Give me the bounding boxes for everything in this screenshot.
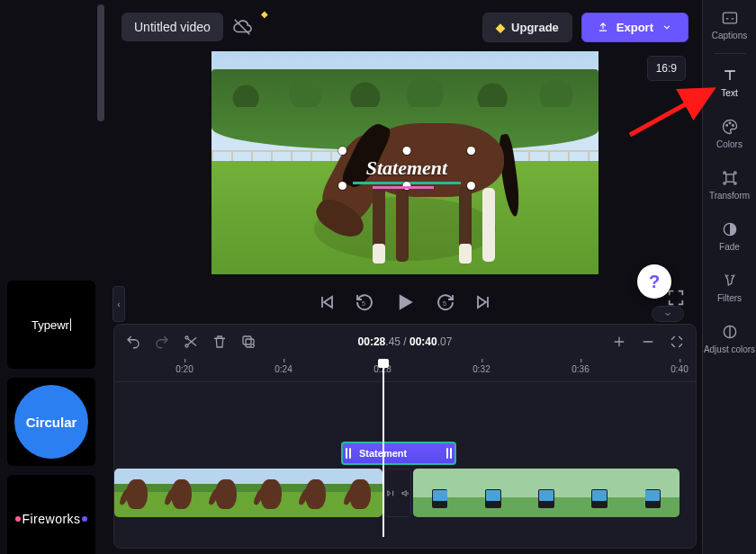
clip-trim-right[interactable] [444,448,454,459]
aspect-ratio-label: 16:9 [656,62,677,75]
clip-trim-left[interactable] [343,448,354,459]
skip-end-button[interactable] [472,291,494,313]
svg-point-1 [725,125,727,127]
diamond-icon: ◆ [496,21,505,34]
rail-fade[interactable]: Fade [703,211,756,263]
svg-point-3 [732,125,734,127]
upgrade-button[interactable]: ◆ Upgrade [482,13,572,42]
timeline-tracks[interactable]: Statement [114,382,696,537]
resize-handle-bl[interactable] [338,182,346,190]
svg-rect-0 [723,13,736,23]
playhead-time: 00:28.45 / 00:40.07 [358,335,453,348]
split-button[interactable] [183,334,199,350]
rail-label: Captions [712,31,747,40]
text-clip[interactable]: Statement [341,442,456,465]
rail-label: Filters [717,293,742,303]
rewind-5-button[interactable]: 5 [354,291,375,313]
audio-icon [400,487,411,499]
rail-filters[interactable]: Filters [703,263,756,314]
timeline-ruler[interactable]: 0:20 0:24 0:28 0:32 0:36 0:40 [114,359,696,382]
rail-adjust-colors[interactable]: Adjust colors [703,314,756,365]
add-track-button[interactable] [611,334,627,350]
transition-icon [385,487,396,499]
text-overlay-selection[interactable]: Statement [342,150,472,186]
video-clip-2[interactable] [413,469,680,517]
transform-icon [721,169,739,187]
timeline-panel: 00:28.45 / 00:40.07 0:20 0:24 0:28 0:32 … [113,324,697,549]
svg-point-2 [729,122,731,124]
text-template-typewriter[interactable]: Typewr [7,281,95,369]
resize-handle-tr[interactable] [467,147,475,155]
upload-icon [597,21,609,33]
project-title-input[interactable]: Untitled video [122,13,223,41]
cloud-sync-off-icon[interactable] [232,17,252,37]
palette-icon [721,118,739,136]
top-bar: Untitled video ◆ Upgrade Export [122,9,688,45]
chevron-down-icon [661,21,673,33]
clip-transition-button[interactable] [384,469,411,517]
fullscreen-button[interactable] [666,288,686,308]
fit-timeline-button[interactable] [669,334,685,350]
timeline-toolbar: 00:28.45 / 00:40.07 [114,325,696,359]
captions-icon [721,9,739,27]
resize-handle-bottom[interactable] [403,182,411,190]
svg-point-6 [734,172,736,174]
playback-controls: 5 5 [108,284,702,320]
svg-point-8 [734,183,736,185]
delete-button[interactable] [212,334,228,350]
text-clip-label: Statement [354,448,444,459]
video-clip-1[interactable] [114,469,382,517]
ruler-tick: 0:40 [670,364,688,374]
filters-icon [721,272,739,290]
text-template-circular[interactable]: Circular [7,378,95,466]
rail-transform[interactable]: Transform [703,160,756,211]
template-label: Typewr [32,318,69,332]
rail-label: Adjust colors [704,344,755,354]
play-button[interactable] [392,289,418,316]
premium-gem-icon [261,9,268,19]
resize-handle-br[interactable] [467,182,475,190]
text-icon [721,67,739,85]
template-sidebar: Typewr Circular Fireworks [0,0,108,554]
aspect-ratio-button[interactable]: 16:9 [647,56,686,81]
svg-text:5: 5 [443,300,446,307]
svg-point-7 [723,183,725,185]
svg-point-14 [185,344,188,347]
editor-area: Untitled video ◆ Upgrade Export 16:9 [108,0,702,554]
fade-icon [721,220,739,238]
collapse-panel-button[interactable] [652,306,684,322]
text-template-fireworks[interactable]: Fireworks [7,475,95,554]
duplicate-button[interactable] [240,334,256,350]
ruler-tick: 0:24 [274,364,292,374]
resize-handle-top[interactable] [403,147,411,155]
rail-label: Fade [719,242,740,252]
project-title-text: Untitled video [134,20,211,34]
export-button[interactable]: Export [581,13,688,42]
help-button[interactable]: ? [637,264,671,299]
svg-rect-4 [725,174,733,182]
rail-label: Text [721,88,737,98]
svg-text:5: 5 [362,300,365,307]
export-label: Export [616,21,653,34]
rail-text[interactable]: Text [703,58,756,109]
zoom-out-button[interactable] [640,334,656,350]
template-label: Circular [26,415,77,430]
forward-5-button[interactable]: 5 [435,291,456,313]
rail-label: Transform [709,191,750,201]
ruler-tick: 0:20 [176,364,193,374]
svg-rect-16 [243,336,251,344]
rail-label: Colors [716,139,742,149]
sidebar-scrollbar[interactable] [97,4,104,121]
ruler-tick: 0:36 [572,364,589,374]
adjust-icon [721,323,739,341]
properties-rail: Captions Text Colors Transform Fade Filt… [702,0,756,554]
rail-colors[interactable]: Colors [703,109,756,160]
redo-button[interactable] [154,334,170,350]
undo-button[interactable] [125,334,141,350]
svg-point-13 [185,336,188,339]
rail-captions[interactable]: Captions [703,0,756,51]
resize-handle-tl[interactable] [338,147,346,155]
template-label: Fireworks [22,512,80,526]
playhead[interactable] [382,359,384,537]
skip-start-button[interactable] [316,291,338,313]
